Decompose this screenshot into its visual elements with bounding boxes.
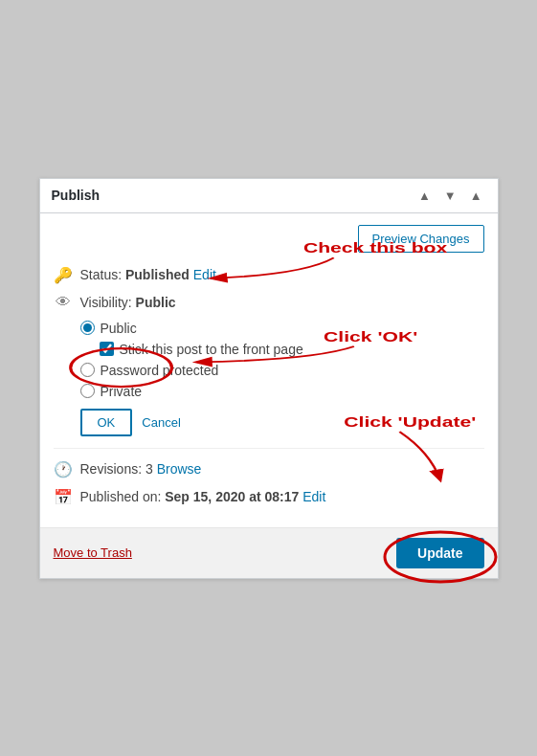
revisions-count: 3 xyxy=(145,461,157,477)
private-radio[interactable] xyxy=(80,384,95,398)
ok-cancel-row: OK Cancel xyxy=(80,409,484,436)
eye-icon: 👁 xyxy=(54,294,73,311)
visibility-value: Public xyxy=(136,295,176,310)
private-label: Private xyxy=(101,384,143,399)
preview-changes-button[interactable]: Preview Changes xyxy=(358,225,484,253)
widget-header: Publish ▲ ▼ ▲ xyxy=(40,179,498,213)
public-option[interactable]: Public xyxy=(80,321,484,336)
preview-btn-row: Preview Changes xyxy=(54,225,484,253)
password-radio[interactable] xyxy=(80,363,95,377)
move-to-trash-link[interactable]: Move to Trash xyxy=(54,545,132,560)
ok-button[interactable]: OK xyxy=(80,409,133,436)
password-label: Password protected xyxy=(101,363,219,378)
status-row: 🔑 Status: Published Edit xyxy=(54,266,484,284)
published-edit-link[interactable]: Edit xyxy=(302,489,325,504)
collapse-up-icon[interactable]: ▲ xyxy=(414,187,435,205)
visibility-row: 👁 Visibility: Public xyxy=(54,294,484,311)
stick-option[interactable]: Stick this post to the front page xyxy=(100,342,484,357)
published-text: Published on: Sep 15, 2020 at 08:17 Edit xyxy=(80,489,326,504)
status-edit-link[interactable]: Edit xyxy=(193,267,216,282)
update-button[interactable]: Update xyxy=(396,538,483,568)
private-option[interactable]: Private xyxy=(80,384,484,399)
revisions-row: 🕐 Revisions: 3 Browse xyxy=(54,460,484,478)
revisions-browse-link[interactable]: Browse xyxy=(157,461,202,477)
status-text: Status: Published Edit xyxy=(80,267,216,282)
stick-label: Stick this post to the front page xyxy=(120,342,303,357)
calendar-icon: 📅 xyxy=(54,488,73,506)
published-date: Sep 15, 2020 at 08:17 xyxy=(165,489,302,504)
status-value: Published xyxy=(125,267,190,282)
stick-checkbox[interactable] xyxy=(100,342,114,356)
revisions-icon: 🕐 xyxy=(54,460,73,478)
collapse-down-icon[interactable]: ▼ xyxy=(440,187,460,205)
public-radio[interactable] xyxy=(80,321,95,335)
widget-body: Preview Changes 🔑 Status: Published Edit… xyxy=(40,213,498,527)
public-label: Public xyxy=(101,321,137,336)
password-option[interactable]: Password protected xyxy=(80,363,484,378)
revisions-text: Revisions: 3 Browse xyxy=(80,461,202,477)
expand-icon[interactable]: ▲ xyxy=(466,187,486,205)
cancel-link[interactable]: Cancel xyxy=(142,415,180,430)
visibility-text: Visibility: Public xyxy=(80,295,176,310)
widget-title: Publish xyxy=(52,188,101,203)
widget-footer: Move to Trash Update xyxy=(40,527,498,578)
header-controls[interactable]: ▲ ▼ ▲ xyxy=(414,187,486,205)
key-icon: 🔑 xyxy=(54,266,73,284)
visibility-options: Public Stick this post to the front page… xyxy=(80,321,484,399)
divider-1 xyxy=(54,448,484,449)
published-row: 📅 Published on: Sep 15, 2020 at 08:17 Ed… xyxy=(54,488,484,506)
